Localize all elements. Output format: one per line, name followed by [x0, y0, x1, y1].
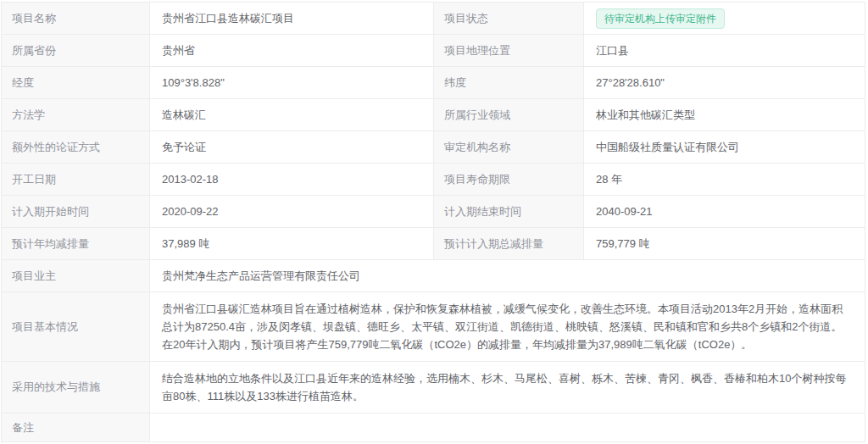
field-label-technology-measures: 采用的技术与措施	[2, 362, 150, 413]
table-row-remarks: 备注	[2, 413, 865, 442]
field-value-crediting-end: 2040-09-21	[584, 196, 865, 227]
field-label-project-status: 项目状态	[434, 3, 584, 34]
table-row-project-name-status: 项目名称 贵州省江口县造林碳汇项目 项目状态 待审定机构上传审定附件	[2, 3, 865, 35]
field-value-remarks	[150, 413, 865, 441]
field-label-project-owner: 项目业主	[2, 260, 150, 291]
field-label-additionality: 额外性的论证方式	[2, 131, 150, 163]
project-detail-table: 项目名称 贵州省江口县造林碳汇项目 项目状态 待审定机构上传审定附件 所属省份 …	[1, 2, 865, 442]
field-value-annual-reduction: 37,989 吨	[150, 228, 434, 259]
field-value-crediting-start: 2020-09-22	[150, 196, 434, 227]
field-value-latitude: 27°28'28.610"	[584, 67, 865, 98]
table-row-crediting-period: 计入期开始时间 2020-09-22 计入期结束时间 2040-09-21	[2, 196, 865, 228]
field-value-auditor-name: 中国船级社质量认证有限公司	[584, 131, 865, 163]
field-value-total-reduction: 759,779 吨	[584, 228, 865, 259]
field-label-project-name: 项目名称	[2, 3, 150, 34]
table-row-startdate-lifespan: 开工日期 2013-02-18 项目寿命期限 28 年	[2, 164, 865, 196]
field-value-additionality: 免予论证	[150, 131, 434, 163]
field-label-annual-reduction: 预计年均减排量	[2, 228, 150, 259]
table-row-additionality-auditor: 额外性的论证方式 免予论证 审定机构名称 中国船级社质量认证有限公司	[2, 131, 865, 164]
field-value-project-name: 贵州省江口县造林碳汇项目	[150, 3, 434, 34]
status-badge: 待审定机构上传审定附件	[596, 8, 725, 29]
field-label-project-overview: 项目基本情况	[2, 292, 150, 361]
field-label-start-date: 开工日期	[2, 164, 150, 195]
field-value-project-status: 待审定机构上传审定附件	[584, 3, 865, 34]
field-value-industry: 林业和其他碳汇类型	[584, 99, 865, 130]
field-value-methodology: 造林碳汇	[150, 99, 434, 130]
field-label-longitude: 经度	[2, 67, 150, 98]
field-label-crediting-end: 计入期结束时间	[434, 196, 584, 227]
field-value-lifespan: 28 年	[584, 164, 865, 195]
field-value-longitude: 109°3'8.828"	[150, 67, 434, 98]
field-label-auditor-name: 审定机构名称	[434, 131, 584, 163]
field-label-methodology: 方法学	[2, 99, 150, 130]
field-label-remarks: 备注	[2, 413, 150, 441]
table-row-emission-reductions: 预计年均减排量 37,989 吨 预计计入期总减排量 759,779 吨	[2, 228, 865, 260]
table-row-technology-measures: 采用的技术与措施 结合造林地的立地条件以及江口县近年来的造林经验，选用楠木、杉木…	[2, 362, 865, 413]
field-value-project-owner: 贵州梵净生态产品运营管理有限责任公司	[150, 260, 865, 291]
field-label-industry: 所属行业领域	[434, 99, 584, 130]
field-label-latitude: 纬度	[434, 67, 584, 98]
field-label-total-reduction: 预计计入期总减排量	[434, 228, 584, 259]
field-value-geo-location: 江口县	[584, 35, 865, 66]
field-label-lifespan: 项目寿命期限	[434, 164, 584, 195]
field-value-start-date: 2013-02-18	[150, 164, 434, 195]
field-value-province: 贵州省	[150, 35, 434, 66]
field-label-province: 所属省份	[2, 35, 150, 66]
table-row-project-owner: 项目业主 贵州梵净生态产品运营管理有限责任公司	[2, 260, 865, 292]
table-row-longitude-latitude: 经度 109°3'8.828" 纬度 27°28'28.610"	[2, 67, 865, 99]
field-value-technology-measures: 结合造林地的立地条件以及江口县近年来的造林经验，选用楠木、杉木、马尾松、喜树、栎…	[150, 362, 865, 413]
field-label-geo-location: 项目地理位置	[434, 35, 584, 66]
field-label-crediting-start: 计入期开始时间	[2, 196, 150, 227]
table-row-project-overview: 项目基本情况 贵州省江口县碳汇造林项目旨在通过植树造林，保护和恢复森林植被，减缓…	[2, 292, 865, 362]
table-row-methodology-industry: 方法学 造林碳汇 所属行业领域 林业和其他碳汇类型	[2, 99, 865, 131]
table-row-province-location: 所属省份 贵州省 项目地理位置 江口县	[2, 35, 865, 67]
field-value-project-overview: 贵州省江口县碳汇造林项目旨在通过植树造林，保护和恢复森林植被，减缓气候变化，改善…	[150, 292, 865, 361]
